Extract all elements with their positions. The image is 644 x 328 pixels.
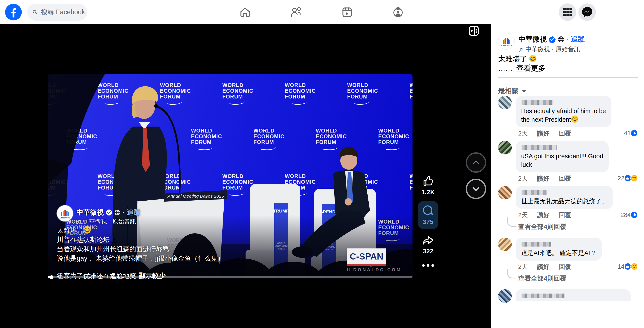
comment-reply-button[interactable]: 回覆 bbox=[559, 129, 571, 138]
nav-home-tab[interactable] bbox=[231, 2, 259, 22]
chinavtv-logo-text: CHINAVTV bbox=[60, 216, 70, 219]
overlay-follow-button[interactable]: 追蹤 bbox=[127, 208, 140, 217]
video-caption: 太难堪了 川普在达沃斯论坛上 当着观众和加州州长纽森的面进行辱骂 说他是gay，… bbox=[57, 226, 224, 279]
comment-reply-button[interactable]: 回覆 bbox=[559, 263, 571, 271]
commenter-name-blurred[interactable] bbox=[522, 242, 551, 247]
thumbs-up-icon bbox=[422, 174, 434, 187]
view-replies-button[interactable]: 查看全部4則回覆 bbox=[518, 274, 638, 283]
video-progress-handle[interactable] bbox=[50, 275, 54, 279]
grid-icon bbox=[563, 7, 572, 17]
apps-menu-button[interactable] bbox=[559, 3, 576, 21]
commenter-name-blurred[interactable] bbox=[522, 294, 565, 298]
comment-item: 世上最无礼无品无德的总统了。2天讚好回覆284查看全部4則回覆 bbox=[498, 186, 638, 235]
home-icon bbox=[239, 6, 251, 18]
comment-sort-dropdown[interactable]: 最相關 bbox=[498, 86, 526, 96]
like-reaction-badge[interactable] bbox=[630, 129, 638, 137]
like-reaction-badge[interactable] bbox=[630, 211, 638, 219]
comment-reactions[interactable]: 41 bbox=[624, 129, 638, 137]
video-progress-bar[interactable] bbox=[48, 276, 412, 278]
follow-button[interactable]: 追蹤 bbox=[571, 34, 585, 44]
commenter-avatar[interactable] bbox=[498, 141, 512, 155]
next-video-button[interactable] bbox=[466, 179, 486, 199]
like-count: 1.2K bbox=[421, 188, 435, 196]
chinavtv-logo-bars bbox=[61, 210, 69, 216]
comment-item: 這是AI來吧。 確定不是AI？2天讚好回覆14查看全部4則回覆 bbox=[498, 238, 638, 286]
view-replies-button[interactable]: 查看全部4則回覆 bbox=[518, 222, 638, 231]
comment-reactions[interactable]: 284 bbox=[620, 211, 638, 219]
overlay-page-avatar[interactable]: CHINAVTV bbox=[57, 205, 73, 221]
comment-like-button[interactable]: 讚好 bbox=[537, 129, 550, 138]
more-options-button[interactable] bbox=[422, 264, 434, 267]
toggle-sidebar-button[interactable] bbox=[468, 25, 479, 37]
comment-item: Hes actually afraid of him to bethe next… bbox=[498, 96, 638, 138]
comment-reply-button[interactable]: 回覆 bbox=[559, 211, 571, 219]
comment-icon bbox=[422, 205, 435, 217]
commenter-avatar[interactable] bbox=[498, 289, 512, 303]
comment-timestamp[interactable]: 2天 bbox=[518, 174, 528, 183]
messenger-button[interactable] bbox=[578, 3, 596, 21]
chevron-up-icon bbox=[471, 158, 481, 167]
comment-like-button[interactable]: 讚好 bbox=[537, 211, 550, 219]
joy-emoji bbox=[83, 226, 91, 234]
commenter-name-blurred[interactable] bbox=[522, 145, 557, 150]
search-input[interactable] bbox=[40, 8, 85, 16]
comment-like-button[interactable]: 讚好 bbox=[537, 174, 550, 183]
comment-like-button[interactable]: 讚好 bbox=[537, 263, 550, 271]
podium-sign-text: Annual Meeting Davos 2025 bbox=[167, 193, 224, 198]
video-icon bbox=[341, 6, 353, 18]
reaction-count: 22 bbox=[618, 175, 624, 182]
reply-thread-connector bbox=[507, 269, 516, 278]
chinavtv-logo-text: CHINAVTV bbox=[501, 44, 512, 47]
comment-bubble: Hes actually afraid of him to bethe next… bbox=[516, 96, 612, 127]
joy-emoji bbox=[571, 115, 578, 123]
page-name[interactable]: 中華微視 bbox=[518, 34, 547, 44]
verified-badge-icon bbox=[106, 209, 112, 216]
comment-bubble: 這是AI來吧。 確定不是AI？ bbox=[516, 238, 602, 261]
comment-text: 這是AI來吧。 確定不是AI？ bbox=[521, 249, 596, 257]
haha-reaction-badge[interactable] bbox=[630, 263, 638, 270]
share-arrow-icon bbox=[422, 234, 435, 246]
previous-video-button[interactable] bbox=[466, 152, 486, 173]
overlay-audio-attribution[interactable]: 中華微視 · 原始音訊 bbox=[83, 218, 136, 226]
comment-timestamp[interactable]: 2天 bbox=[518, 263, 528, 271]
video-player[interactable]: WORLDECONOMICFORUMWORLDECONOMICFORUMWORL… bbox=[48, 74, 412, 279]
share-button[interactable]: 322 bbox=[422, 234, 435, 255]
search-bar[interactable] bbox=[27, 3, 87, 21]
nav-video-tab[interactable] bbox=[333, 2, 361, 22]
comment-reactions[interactable]: 14 bbox=[618, 263, 638, 270]
commenter-avatar[interactable] bbox=[498, 238, 512, 251]
commenter-name-blurred[interactable] bbox=[522, 190, 547, 195]
commenter-name-blurred[interactable] bbox=[522, 100, 554, 105]
audio-attribution[interactable]: 中華微視 · 原始音訊 bbox=[526, 45, 580, 54]
comment-bubble: 世上最无礼无品无德的总统了。 bbox=[516, 186, 613, 209]
comment-bubble bbox=[516, 289, 630, 301]
see-more-button[interactable]: 查看更多 bbox=[516, 64, 545, 72]
groups-icon bbox=[392, 6, 404, 18]
cspan-logo-text: C-SPAN bbox=[350, 251, 383, 262]
like-button[interactable]: 1.2K bbox=[421, 174, 435, 196]
caret-down-icon bbox=[522, 90, 526, 93]
theater-mode-icon bbox=[468, 25, 479, 36]
comment-reply-button[interactable]: 回覆 bbox=[559, 174, 571, 183]
comments-button-active[interactable]: 375 bbox=[418, 201, 438, 229]
watermark-subtext: ILDONALDO.COM bbox=[347, 267, 386, 272]
comment-count: 375 bbox=[423, 218, 434, 225]
divider bbox=[498, 77, 638, 78]
chair-label-trump: TRUMP bbox=[273, 208, 289, 213]
nav-groups-tab[interactable] bbox=[384, 2, 412, 22]
music-note-icon: ♫ bbox=[518, 46, 523, 53]
separator: · bbox=[566, 35, 568, 43]
comment-timestamp[interactable]: 2天 bbox=[518, 129, 528, 138]
page-avatar[interactable]: CHINAVTV bbox=[498, 33, 515, 50]
verified-badge-icon bbox=[549, 36, 556, 43]
comment-timestamp[interactable]: 2天 bbox=[518, 211, 528, 219]
nav-friends-tab[interactable] bbox=[282, 2, 310, 22]
haha-reaction-badge[interactable] bbox=[630, 174, 638, 182]
commenter-avatar[interactable] bbox=[498, 96, 512, 109]
comment-reactions[interactable]: 22 bbox=[618, 174, 638, 182]
comment-item bbox=[498, 289, 638, 303]
overlay-page-name[interactable]: 中華微視 bbox=[76, 208, 104, 217]
commenter-avatar[interactable] bbox=[498, 186, 512, 199]
chinavtv-logo-bars bbox=[503, 38, 510, 44]
facebook-logo[interactable] bbox=[5, 4, 22, 20]
